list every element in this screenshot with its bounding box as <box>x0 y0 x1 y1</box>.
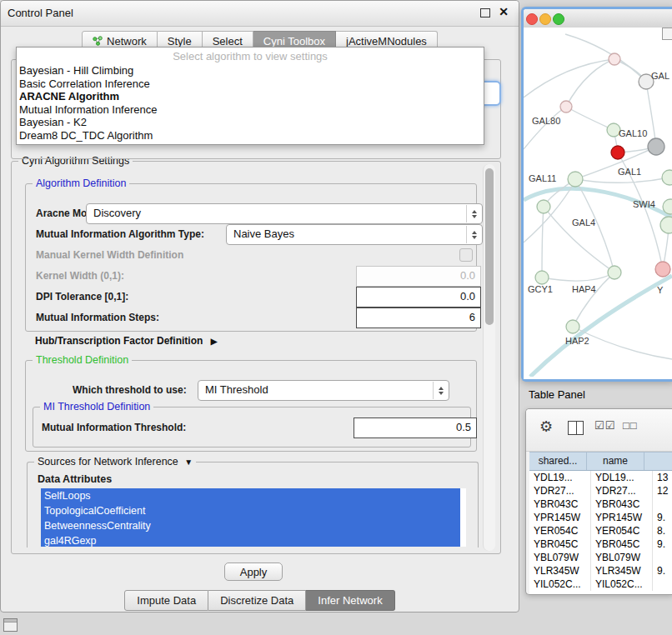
gear-icon[interactable]: ⚙ <box>539 418 553 436</box>
table-body: YDL19...YDL19...13YDR27...YDR27...12YBR0… <box>529 471 672 591</box>
float-window-icon[interactable] <box>480 8 490 18</box>
network-node[interactable] <box>611 146 624 159</box>
data-attribute-item[interactable]: BetweennessCentrality <box>41 518 460 533</box>
table-row[interactable]: YBR045CYBR045C9. <box>529 538 672 551</box>
table-row[interactable]: YBR043CYBR043C <box>529 498 672 511</box>
aracne-mode-combobox[interactable]: Discovery <box>86 203 483 224</box>
network-node[interactable] <box>608 266 621 279</box>
network-node[interactable] <box>535 271 549 284</box>
minimized-panel-icon[interactable] <box>3 618 18 632</box>
table-row[interactable]: YIL052C...YIL052C... <box>529 578 672 591</box>
tab-infer-network[interactable]: Infer Network <box>306 590 394 611</box>
network-node-label: GAL1 <box>618 167 641 177</box>
table-cell[interactable]: YIL052C... <box>591 578 653 591</box>
close-icon[interactable]: ✕ <box>499 5 509 18</box>
scrollbar-thumb[interactable] <box>485 168 494 325</box>
algorithm-popup-item[interactable]: Mutual Information Inference <box>17 103 484 117</box>
mi-steps-field[interactable]: 6 <box>356 308 481 328</box>
data-attribute-item[interactable]: TopologicalCoefficient <box>41 503 460 518</box>
table-cell[interactable]: YDR27... <box>591 484 653 498</box>
network-canvas-svg: GAL80GAL10GAL11GAL1SWI4GAL4GCY1HAP4YHAP2… <box>524 28 672 377</box>
columns-icon[interactable] <box>568 421 584 435</box>
table-row[interactable]: YBL079WYBL079W <box>529 551 672 564</box>
network-node[interactable] <box>568 172 583 187</box>
table-row[interactable]: YER054CYER054C8. <box>529 524 672 538</box>
data-attribute-item[interactable]: SelfLoops <box>41 488 460 503</box>
table-cell[interactable]: YER054C <box>591 524 653 538</box>
table-row[interactable]: YLR345WYLR345W9. <box>529 564 672 578</box>
manual-kernel-width-checkbox[interactable] <box>459 248 473 262</box>
tab-label: Select <box>213 35 243 48</box>
control-panel-titlebar[interactable]: Control Panel ✕ <box>1 1 519 27</box>
stepper-icon[interactable] <box>466 205 481 222</box>
table-cell[interactable]: YBR045C <box>591 538 653 551</box>
network-node[interactable] <box>655 262 670 277</box>
table-cell[interactable]: YDR27... <box>529 484 591 498</box>
algorithm-popup-item[interactable]: Dream8 DC_TDC Algorithm <box>17 129 484 142</box>
apply-button[interactable]: Apply <box>224 562 283 581</box>
mi-threshold-field[interactable]: 0.5 <box>354 418 477 438</box>
table-cell[interactable]: YBR043C <box>529 498 591 511</box>
mi-algorithm-type-combobox[interactable]: Naive Bayes <box>226 224 483 245</box>
close-traffic-light-icon[interactable] <box>526 13 538 25</box>
network-node[interactable] <box>566 320 579 333</box>
network-window-titlebar[interactable] <box>524 9 672 28</box>
tab-impute-data[interactable]: Impute Data <box>124 590 208 611</box>
table-cell[interactable]: 12 <box>653 484 672 498</box>
table-cell[interactable]: YIL052C... <box>529 578 591 591</box>
network-canvas[interactable]: GAL80GAL10GAL11GAL1SWI4GAL4GCY1HAP4YHAP2… <box>524 28 672 379</box>
table-cell[interactable]: YER054C <box>529 524 591 538</box>
minimize-traffic-light-icon[interactable] <box>539 13 551 25</box>
column-header-shared-name[interactable]: shared... <box>529 452 587 470</box>
algorithm-popup-item[interactable]: Bayesian - Hill Climbing <box>17 64 484 78</box>
table-cell[interactable]: 9. <box>653 538 672 551</box>
dpi-tolerance-field[interactable]: 0.0 <box>356 287 481 308</box>
algorithm-popup-item[interactable]: Basic Correlation Inference <box>17 78 484 91</box>
table-cell[interactable] <box>653 498 672 511</box>
table-cell[interactable]: 9. <box>653 564 672 578</box>
deselect-columns-icon[interactable]: □□ <box>623 419 638 432</box>
network-node-label: Y <box>657 285 664 295</box>
sources-expander[interactable]: Sources for Network Inference ▼ <box>34 456 196 468</box>
data-attribute-item[interactable]: gal4RGexp <box>41 533 460 547</box>
table-cell[interactable]: 9. <box>653 511 672 524</box>
table-cell[interactable]: YBL079W <box>591 551 653 564</box>
network-node[interactable] <box>537 200 550 213</box>
column-header-name[interactable]: name <box>587 452 644 470</box>
network-node[interactable] <box>560 101 572 112</box>
network-node[interactable] <box>609 53 620 65</box>
table-cell[interactable]: YPR145W <box>591 511 653 524</box>
table-cell[interactable] <box>653 551 672 564</box>
algorithm-popup-item[interactable]: Bayesian - K2 <box>17 116 484 129</box>
table-row[interactable]: YDL19...YDL19...13 <box>529 471 672 484</box>
scrollbar-button[interactable] <box>662 28 672 40</box>
table-cell[interactable]: YBR045C <box>529 538 591 551</box>
table-cell[interactable]: YLR345W <box>591 564 653 578</box>
which-threshold-combobox[interactable]: MI Threshold <box>198 380 449 401</box>
table-cell[interactable] <box>653 578 672 591</box>
table-cell[interactable]: YDL19... <box>591 471 653 484</box>
column-header-extra[interactable] <box>644 452 672 470</box>
network-node[interactable] <box>660 217 672 233</box>
table-cell[interactable]: YBL079W <box>529 551 591 564</box>
stepper-icon[interactable] <box>433 382 448 399</box>
network-node[interactable] <box>662 170 672 185</box>
select-columns-icon[interactable]: ☑☑ <box>594 419 615 432</box>
tab-discretize-data[interactable]: Discretize Data <box>208 590 306 611</box>
table-cell[interactable]: YLR345W <box>529 564 591 578</box>
tab-label: Impute Data <box>137 594 196 607</box>
table-cell[interactable]: 13 <box>653 471 672 484</box>
table-row[interactable]: YDR27...YDR27...12 <box>529 484 672 498</box>
network-node[interactable] <box>648 138 664 155</box>
table-row[interactable]: YPR145WYPR145W9. <box>529 511 672 524</box>
kernel-width-field[interactable]: 0.0 <box>356 266 481 287</box>
algorithm-popup-item[interactable]: ARACNE Algorithm <box>17 90 484 103</box>
zoom-traffic-light-icon[interactable] <box>553 13 564 25</box>
table-cell[interactable]: 8. <box>653 524 672 538</box>
hub-definition-expander[interactable]: Hub/Transcription Factor Definition ▶ <box>35 335 217 347</box>
table-cell[interactable]: YDL19... <box>529 471 591 484</box>
stepper-icon[interactable] <box>466 226 481 243</box>
table-cell[interactable]: YBR043C <box>591 498 653 511</box>
settings-scrollbar[interactable] <box>483 164 495 551</box>
table-cell[interactable]: YPR145W <box>529 511 591 524</box>
